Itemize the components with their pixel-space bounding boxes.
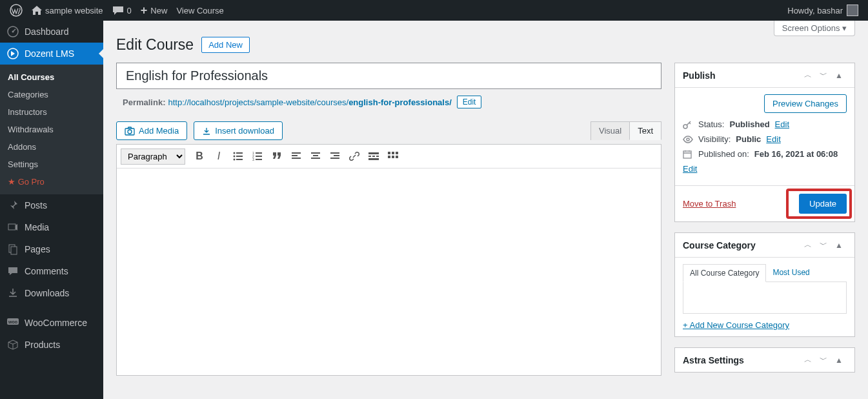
cat-tab-most-used[interactable]: Most Used: [766, 264, 816, 282]
editor-container: Paragraph B I 123: [116, 144, 661, 376]
astra-heading: Astra Settings: [683, 355, 800, 365]
new-label: New: [150, 6, 167, 15]
submenu-categories[interactable]: Categories: [0, 86, 103, 103]
view-course-link[interactable]: View Course: [172, 0, 228, 21]
align-right-button[interactable]: [326, 147, 344, 165]
readmore-button[interactable]: [365, 147, 383, 165]
toolbar-toggle-button[interactable]: [384, 147, 402, 165]
svg-rect-26: [311, 152, 320, 154]
svg-rect-35: [376, 156, 379, 157]
svg-rect-29: [330, 152, 339, 154]
panel-down-icon[interactable]: ﹀: [816, 354, 831, 365]
menu-dashboard[interactable]: Dashboard: [0, 21, 103, 43]
svg-rect-33: [368, 156, 371, 157]
wordpress-icon: [10, 4, 23, 17]
key-icon: [683, 120, 693, 129]
text-tab[interactable]: Text: [629, 121, 661, 140]
move-to-trash-link[interactable]: Move to Trash: [683, 199, 736, 209]
category-list[interactable]: [683, 281, 847, 314]
svg-rect-6: [11, 247, 17, 254]
panel-up-icon[interactable]: ︿: [800, 354, 816, 365]
menu-pages[interactable]: Pages: [0, 238, 103, 260]
wp-logo-menu[interactable]: [5, 0, 27, 21]
format-select[interactable]: Paragraph: [121, 148, 185, 165]
dashboard-icon: [6, 25, 19, 38]
blockquote-button[interactable]: [268, 147, 286, 165]
menu-dozent-lms[interactable]: Dozent LMS: [0, 43, 103, 65]
insert-download-button[interactable]: Insert download: [194, 121, 283, 140]
dozent-icon: [6, 47, 19, 60]
menu-woocommerce[interactable]: woo WooCommerce: [0, 312, 103, 334]
svg-rect-27: [313, 155, 318, 156]
permalink-link[interactable]: http://localhost/projects/sample-website…: [168, 97, 451, 107]
add-new-button[interactable]: Add New: [201, 37, 250, 53]
avatar-icon: [847, 5, 858, 16]
svg-rect-39: [396, 152, 398, 154]
svg-rect-28: [311, 158, 320, 159]
site-name-link[interactable]: sample website: [27, 0, 108, 21]
svg-rect-23: [292, 152, 301, 154]
visual-tab[interactable]: Visual: [590, 121, 629, 140]
permalink-row: Permalink: http://localhost/projects/sam…: [116, 93, 661, 111]
panel-down-icon[interactable]: ﹀: [816, 240, 831, 251]
italic-button[interactable]: I: [210, 147, 228, 165]
bold-button[interactable]: B: [190, 147, 208, 165]
panel-down-icon[interactable]: ﹀: [816, 70, 831, 81]
svg-rect-40: [388, 156, 390, 158]
svg-rect-36: [368, 158, 379, 160]
screen-options-button[interactable]: Screen Options ▾: [774, 21, 855, 36]
new-link[interactable]: + New: [136, 0, 172, 21]
update-button[interactable]: Update: [799, 194, 847, 214]
menu-posts[interactable]: Posts: [0, 194, 103, 216]
howdy-link[interactable]: Howdy, bashar: [783, 0, 863, 21]
downloads-icon: [6, 287, 19, 300]
svg-rect-25: [292, 158, 301, 159]
add-media-button[interactable]: Add Media: [116, 121, 187, 140]
menu-comments[interactable]: Comments: [0, 260, 103, 282]
panel-toggle-icon[interactable]: ▲: [831, 71, 847, 80]
add-new-category-link[interactable]: + Add New Course Category: [683, 320, 847, 330]
submenu-addons[interactable]: Addons: [0, 138, 103, 156]
menu-downloads[interactable]: Downloads: [0, 282, 103, 304]
published-edit-link[interactable]: Edit: [683, 164, 697, 174]
editor-body[interactable]: [117, 169, 661, 375]
comments-link[interactable]: 0: [108, 0, 136, 21]
visibility-value: Public: [736, 134, 761, 144]
menu-products[interactable]: Products: [0, 334, 103, 356]
panel-up-icon[interactable]: ︿: [800, 240, 816, 251]
align-left-button[interactable]: [287, 147, 305, 165]
align-center-button[interactable]: [307, 147, 325, 165]
bullet-list-button[interactable]: [229, 147, 247, 165]
panel-up-icon[interactable]: ︿: [800, 70, 816, 81]
menu-media[interactable]: Media: [0, 216, 103, 238]
visibility-edit-link[interactable]: Edit: [766, 134, 780, 144]
svg-text:3: 3: [252, 158, 254, 161]
edit-slug-button[interactable]: Edit: [457, 96, 482, 108]
calendar-icon: [683, 150, 693, 159]
status-edit-link[interactable]: Edit: [775, 119, 789, 129]
course-title-input[interactable]: [116, 63, 661, 89]
submenu-instructors[interactable]: Instructors: [0, 103, 103, 121]
download-small-icon: [202, 127, 211, 136]
panel-toggle-icon[interactable]: ▲: [831, 356, 847, 365]
page-heading: Edit Course: [116, 36, 194, 54]
publish-metabox: Publish ︿ ﹀ ▲ Preview Changes Status: Pu…: [674, 63, 855, 222]
panel-toggle-icon[interactable]: ▲: [831, 241, 847, 250]
submenu-withdrawals[interactable]: Withdrawals: [0, 121, 103, 138]
publish-heading: Publish: [683, 70, 800, 81]
editor-tabs: Visual Text: [590, 121, 661, 140]
link-button[interactable]: [345, 147, 363, 165]
preview-changes-button[interactable]: Preview Changes: [764, 94, 847, 113]
submenu-settings[interactable]: Settings: [0, 156, 103, 173]
svg-rect-4: [8, 224, 15, 230]
cat-tab-all[interactable]: All Course Category: [683, 264, 766, 282]
submenu-go-pro[interactable]: Go Pro: [0, 173, 103, 190]
category-metabox: Course Category ︿ ﹀ ▲ All Course Categor…: [674, 232, 855, 337]
visibility-label: Visibility:: [698, 134, 731, 144]
submenu-all-courses[interactable]: All Courses: [0, 68, 103, 86]
category-heading: Course Category: [683, 240, 800, 251]
number-list-button[interactable]: 123: [248, 147, 267, 165]
svg-point-13: [234, 156, 236, 158]
svg-rect-24: [292, 155, 298, 156]
svg-rect-45: [683, 151, 691, 158]
